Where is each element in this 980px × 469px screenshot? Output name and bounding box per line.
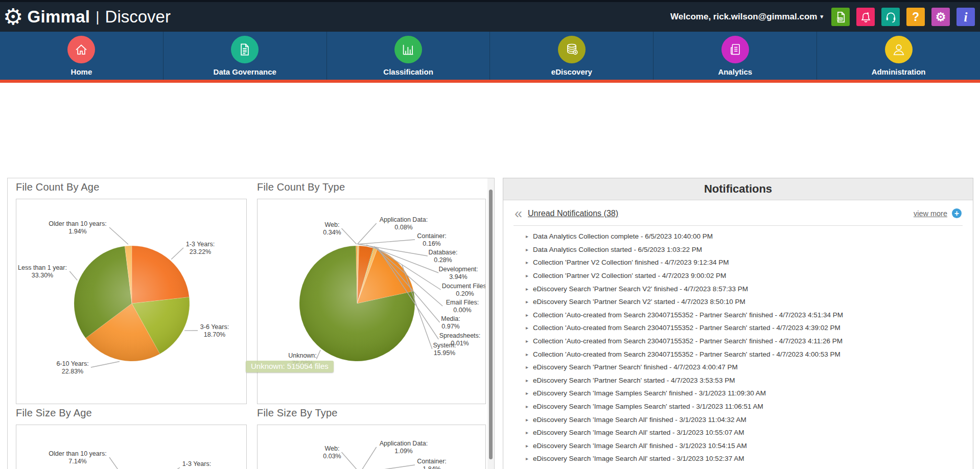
label-leader-line	[342, 452, 359, 469]
log-file-button[interactable]: LOG	[831, 8, 850, 26]
pie-label-older-than-10-years: Older than 10 years:7.14%	[49, 450, 106, 465]
notification-item[interactable]: ▸eDiscovery Search 'Image Samples Search…	[526, 387, 973, 400]
notification-item[interactable]: ▸eDiscovery Search 'Image Search All' st…	[526, 426, 973, 439]
notification-item[interactable]: ▸eDiscovery Search 'Partner Search V2' s…	[526, 295, 973, 309]
expand-triangle-icon[interactable]: ▸	[526, 417, 528, 423]
notifications-panel: Notifications « Unread Notifications (38…	[503, 178, 973, 469]
document-icon	[231, 36, 259, 63]
expand-triangle-icon[interactable]: ▸	[526, 456, 528, 461]
collapse-icon[interactable]: «	[515, 210, 522, 217]
pie-label-less-than-1-year: Less than 1 year:33.30%	[18, 264, 67, 279]
database-icon	[558, 36, 586, 63]
pie-chart-file-count-by-type: Application Data:0.08%Container:0.16%Dat…	[258, 199, 485, 404]
expand-triangle-icon[interactable]: ▸	[526, 443, 528, 449]
pie-label-container: Container:1.84%	[417, 458, 447, 469]
label-leader-line	[109, 227, 128, 244]
notification-text: eDiscovery Search 'Image Search All' sta…	[533, 455, 744, 462]
pie-label-3-6-years: 3-6 Years:18.70%	[200, 323, 229, 338]
nav-item-label: Analytics	[718, 67, 752, 76]
expand-triangle-icon[interactable]: ▸	[526, 364, 528, 370]
pie-chart-file-size-by-type: Application Data:1.09%Container:1.84%Dat…	[258, 425, 485, 469]
info-button[interactable]: i	[956, 8, 975, 26]
plus-icon[interactable]: +	[952, 208, 962, 218]
main-nav: HomeData GovernanceClassificationeDiscov…	[0, 32, 980, 80]
expand-triangle-icon[interactable]: ▸	[526, 325, 528, 331]
help-question-button[interactable]: ?	[906, 8, 925, 26]
expand-triangle-icon[interactable]: ▸	[526, 404, 528, 409]
support-headset-icon	[884, 10, 898, 24]
pie-label-document-files: Document Files:0.20%	[442, 283, 485, 297]
expand-triangle-icon[interactable]: ▸	[526, 273, 528, 278]
nav-item-home[interactable]: Home	[0, 32, 164, 80]
notification-item[interactable]: ▸eDiscovery Search 'Image Samples Search…	[526, 400, 973, 413]
notification-text: eDiscovery Search 'Image Search All' fin…	[533, 442, 747, 450]
header-icon-buttons: LOG?⚙i	[831, 8, 975, 26]
pie-chart-file-count-by-age: 1-3 Years:23.22%3-6 Years:18.70%6-10 Yea…	[16, 199, 246, 404]
nav-item-ediscovery[interactable]: eDiscovery	[490, 32, 654, 80]
notification-item[interactable]: ▸eDiscovery Search 'Image Search All' fi…	[526, 439, 973, 453]
notification-item[interactable]: ▸eDiscovery Search 'Image Search All' fi…	[526, 413, 973, 426]
support-headset-button[interactable]	[881, 8, 900, 26]
nav-item-administration[interactable]: Administration	[817, 32, 980, 80]
notification-text: eDiscovery Search 'Partner Search V2' st…	[533, 298, 745, 306]
expand-triangle-icon[interactable]: ▸	[526, 299, 528, 304]
notification-item[interactable]: ▸ Data Analytics Collection started - 6/…	[526, 243, 973, 256]
pie-slice-1-3-years[interactable]	[132, 246, 189, 303]
expand-triangle-icon[interactable]: ▸	[526, 351, 528, 357]
user-menu[interactable]: Welcome, rick.wilson@gimmal.com▾	[670, 12, 823, 22]
welcome-text: Welcome, rick.wilson@gimmal.com	[670, 12, 817, 21]
notification-text: Collection 'Auto-created from Search 230…	[533, 311, 843, 319]
pie-label-6-10-years: 6-10 Years:22.83%	[56, 360, 88, 375]
charts-scrollbar-thumb[interactable]	[489, 190, 493, 459]
expand-triangle-icon[interactable]: ▸	[526, 390, 528, 396]
chevron-down-icon: ▾	[820, 13, 823, 19]
top-header: ⚙ Gimmal | Discover Welcome, rick.wilson…	[0, 0, 980, 32]
notification-item[interactable]: ▸Collection 'Auto-created from Search 23…	[526, 335, 973, 348]
pie-label-development: Development:3.94%	[438, 266, 478, 280]
notifications-bell-button[interactable]	[856, 8, 875, 26]
notification-item[interactable]: ▸eDiscovery Search 'Image Search All' st…	[526, 452, 973, 465]
view-more-link[interactable]: view more	[914, 209, 947, 218]
label-leader-line	[361, 447, 377, 469]
notification-item[interactable]: ▸eDiscovery Search 'Partner Search' star…	[526, 374, 973, 387]
notification-text: eDiscovery Search 'Image Samples Search'…	[533, 403, 763, 410]
chart-area-file-size-by-type: Application Data:1.09%Container:1.84%Dat…	[257, 425, 486, 469]
notification-item[interactable]: ▸Data Analytics Collection complete - 6/…	[526, 230, 973, 243]
notification-text: Collection 'Auto-created from Search 230…	[533, 350, 841, 358]
dashboard-charts-panel: File Count By Age1-3 Years:23.22%3-6 Yea…	[7, 178, 495, 469]
expand-triangle-icon[interactable]: ▸	[526, 247, 528, 252]
notification-item[interactable]: ▸eDiscovery Search 'Partner Search' fini…	[526, 361, 973, 374]
notification-text: Data Analytics Collection started - 6/5/…	[533, 246, 702, 253]
expand-triangle-icon[interactable]: ▸	[526, 430, 528, 435]
header-right: Welcome, rick.wilson@gimmal.com▾ LOG?⚙i	[670, 8, 975, 26]
notification-item[interactable]: ▸eDiscovery Search 'Partner Search V2' f…	[526, 282, 973, 295]
notification-item[interactable]: ▸Collection 'Auto-created from Search 23…	[526, 309, 973, 322]
expand-triangle-icon[interactable]: ▸	[526, 378, 528, 383]
pie-chart-file-size-by-age: 1-3 Years:18.24%3-6 Years:18.93%Less tha…	[16, 425, 246, 469]
expand-triangle-icon[interactable]: ▸	[526, 312, 528, 318]
notification-item[interactable]: ▸Collection 'Auto-created from Search 23…	[526, 347, 973, 361]
nav-item-analytics[interactable]: Analytics	[654, 32, 817, 80]
notification-text: eDiscovery Search 'Image Samples Search'…	[533, 389, 766, 397]
expand-triangle-icon[interactable]: ▸	[526, 260, 528, 265]
nav-item-label: Data Governance	[214, 67, 276, 76]
notification-item[interactable]: ▸Collection 'Partner V2 Collection' star…	[526, 269, 973, 283]
unread-notifications-link[interactable]: Unread Notifications (38)	[528, 209, 618, 218]
pie-label-container: Container:0.16%	[417, 232, 447, 247]
nav-item-data-governance[interactable]: Data Governance	[164, 32, 327, 80]
charts-scrollbar[interactable]	[487, 178, 494, 469]
notification-text: eDiscovery Search 'Partner Search V2' fi…	[533, 285, 748, 293]
expand-triangle-icon[interactable]: ▸	[526, 233, 528, 239]
nav-item-classification[interactable]: Classification	[327, 32, 491, 80]
notification-item[interactable]: ▸eDiscovery Search 'Image Search All' fi…	[526, 465, 973, 469]
bar-chart-icon	[394, 36, 422, 63]
label-leader-line	[171, 248, 183, 260]
notification-item[interactable]: ▸Collection 'Partner V2 Collection' fini…	[526, 256, 973, 269]
settings-gear-button[interactable]: ⚙	[931, 8, 950, 26]
pie-label-email-files: Email Files:0.00%	[446, 299, 479, 314]
expand-triangle-icon[interactable]: ▸	[526, 286, 528, 292]
notification-text: eDiscovery Search 'Image Search All' fin…	[533, 416, 746, 424]
expand-triangle-icon[interactable]: ▸	[526, 338, 528, 344]
notification-item[interactable]: ▸Collection 'Auto-created from Search 23…	[526, 321, 973, 335]
logo-separator: |	[96, 9, 99, 25]
